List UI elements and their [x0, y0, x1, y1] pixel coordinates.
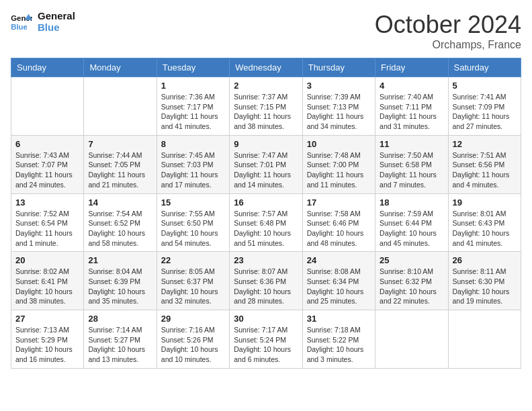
calendar-cell: 27Sunrise: 7:13 AM Sunset: 5:29 PM Dayli… [11, 310, 84, 369]
day-info: Sunrise: 7:55 AM Sunset: 6:50 PM Dayligh… [161, 209, 225, 248]
day-number: 29 [161, 314, 225, 324]
calendar-cell: 17Sunrise: 7:58 AM Sunset: 6:46 PM Dayli… [302, 193, 375, 252]
calendar-cell: 23Sunrise: 8:07 AM Sunset: 6:36 PM Dayli… [230, 252, 302, 310]
weekday-header-tuesday: Tuesday [157, 58, 229, 77]
day-number: 2 [234, 81, 298, 91]
day-info: Sunrise: 8:04 AM Sunset: 6:39 PM Dayligh… [88, 267, 152, 306]
calendar-cell: 9Sunrise: 7:47 AM Sunset: 7:01 PM Daylig… [230, 135, 302, 193]
logo-text-blue: Blue [38, 22, 75, 34]
day-number: 26 [453, 255, 517, 265]
header: General Blue General Blue October 2024 O… [11, 11, 521, 51]
logo: General Blue General Blue [11, 11, 75, 33]
day-number: 12 [453, 139, 517, 149]
day-number: 22 [161, 255, 225, 265]
day-info: Sunrise: 7:41 AM Sunset: 7:09 PM Dayligh… [453, 92, 517, 132]
calendar-cell [448, 310, 521, 369]
calendar-cell: 16Sunrise: 7:57 AM Sunset: 6:48 PM Dayli… [230, 193, 302, 252]
day-number: 23 [234, 255, 298, 265]
calendar-cell: 28Sunrise: 7:14 AM Sunset: 5:27 PM Dayli… [84, 310, 157, 369]
calendar-cell: 22Sunrise: 8:05 AM Sunset: 6:37 PM Dayli… [157, 252, 229, 310]
day-number: 14 [88, 197, 152, 208]
day-info: Sunrise: 7:47 AM Sunset: 7:01 PM Dayligh… [234, 150, 298, 190]
logo-text-general: General [38, 11, 75, 22]
day-number: 31 [307, 314, 371, 324]
day-info: Sunrise: 7:58 AM Sunset: 6:46 PM Dayligh… [307, 209, 371, 248]
calendar-cell: 1Sunrise: 7:36 AM Sunset: 7:17 PM Daylig… [157, 77, 229, 136]
day-info: Sunrise: 7:50 AM Sunset: 6:58 PM Dayligh… [380, 150, 443, 190]
day-info: Sunrise: 8:05 AM Sunset: 6:37 PM Dayligh… [161, 267, 225, 306]
day-info: Sunrise: 7:37 AM Sunset: 7:15 PM Dayligh… [234, 92, 298, 132]
weekday-header-saturday: Saturday [448, 58, 521, 77]
calendar-cell: 4Sunrise: 7:40 AM Sunset: 7:11 PM Daylig… [375, 77, 448, 136]
calendar-cell: 3Sunrise: 7:39 AM Sunset: 7:13 PM Daylig… [302, 77, 375, 136]
calendar-cell: 15Sunrise: 7:55 AM Sunset: 6:50 PM Dayli… [157, 193, 229, 252]
weekday-header-thursday: Thursday [302, 58, 375, 77]
day-info: Sunrise: 7:54 AM Sunset: 6:52 PM Dayligh… [88, 209, 152, 248]
day-number: 3 [307, 81, 371, 91]
day-number: 20 [15, 255, 79, 265]
day-info: Sunrise: 8:02 AM Sunset: 6:41 PM Dayligh… [15, 267, 79, 306]
day-info: Sunrise: 7:16 AM Sunset: 5:26 PM Dayligh… [161, 325, 225, 365]
day-number: 30 [234, 314, 298, 324]
calendar-cell [11, 77, 84, 136]
day-number: 7 [88, 139, 152, 149]
day-number: 15 [161, 197, 225, 208]
calendar-cell: 26Sunrise: 8:11 AM Sunset: 6:30 PM Dayli… [448, 252, 521, 310]
day-info: Sunrise: 7:18 AM Sunset: 5:22 PM Dayligh… [307, 325, 371, 365]
calendar-cell: 24Sunrise: 8:08 AM Sunset: 6:34 PM Dayli… [302, 252, 375, 310]
day-info: Sunrise: 8:07 AM Sunset: 6:36 PM Dayligh… [234, 267, 298, 306]
day-number: 28 [88, 314, 152, 324]
day-number: 5 [453, 81, 517, 91]
day-info: Sunrise: 7:52 AM Sunset: 6:54 PM Dayligh… [15, 209, 79, 248]
calendar-cell: 18Sunrise: 7:59 AM Sunset: 6:44 PM Dayli… [375, 193, 448, 252]
day-info: Sunrise: 8:10 AM Sunset: 6:32 PM Dayligh… [380, 267, 443, 306]
day-number: 24 [307, 255, 371, 265]
day-info: Sunrise: 7:36 AM Sunset: 7:17 PM Dayligh… [161, 92, 225, 132]
title-area: October 2024 Orchamps, France [375, 11, 521, 51]
calendar-cell: 8Sunrise: 7:45 AM Sunset: 7:03 PM Daylig… [157, 135, 229, 193]
day-info: Sunrise: 7:51 AM Sunset: 6:56 PM Dayligh… [453, 150, 517, 190]
day-number: 27 [15, 314, 79, 324]
day-number: 9 [234, 139, 298, 149]
day-info: Sunrise: 7:57 AM Sunset: 6:48 PM Dayligh… [234, 209, 298, 248]
calendar-cell: 31Sunrise: 7:18 AM Sunset: 5:22 PM Dayli… [302, 310, 375, 369]
weekday-header-row: SundayMondayTuesdayWednesdayThursdayFrid… [11, 58, 521, 77]
calendar-cell: 20Sunrise: 8:02 AM Sunset: 6:41 PM Dayli… [11, 252, 84, 310]
calendar-cell: 6Sunrise: 7:43 AM Sunset: 7:07 PM Daylig… [11, 135, 84, 193]
calendar-cell: 10Sunrise: 7:48 AM Sunset: 7:00 PM Dayli… [302, 135, 375, 193]
day-number: 11 [380, 139, 443, 149]
day-info: Sunrise: 7:45 AM Sunset: 7:03 PM Dayligh… [161, 150, 225, 190]
day-info: Sunrise: 7:17 AM Sunset: 5:24 PM Dayligh… [234, 325, 298, 365]
calendar-cell: 7Sunrise: 7:44 AM Sunset: 7:05 PM Daylig… [84, 135, 157, 193]
calendar-cell [84, 77, 157, 136]
calendar-cell: 25Sunrise: 8:10 AM Sunset: 6:32 PM Dayli… [375, 252, 448, 310]
week-row-1: 1Sunrise: 7:36 AM Sunset: 7:17 PM Daylig… [11, 77, 521, 136]
week-row-2: 6Sunrise: 7:43 AM Sunset: 7:07 PM Daylig… [11, 135, 521, 193]
week-row-4: 20Sunrise: 8:02 AM Sunset: 6:41 PM Dayli… [11, 252, 521, 310]
day-number: 16 [234, 197, 298, 208]
calendar-cell [375, 310, 448, 369]
weekday-header-monday: Monday [84, 58, 157, 77]
weekday-header-sunday: Sunday [11, 58, 84, 77]
svg-text:Blue: Blue [11, 22, 28, 30]
calendar-cell: 11Sunrise: 7:50 AM Sunset: 6:58 PM Dayli… [375, 135, 448, 193]
week-row-5: 27Sunrise: 7:13 AM Sunset: 5:29 PM Dayli… [11, 310, 521, 369]
day-info: Sunrise: 7:39 AM Sunset: 7:13 PM Dayligh… [307, 92, 371, 132]
day-number: 17 [307, 197, 371, 208]
weekday-header-wednesday: Wednesday [230, 58, 302, 77]
weekday-header-friday: Friday [375, 58, 448, 77]
calendar-cell: 5Sunrise: 7:41 AM Sunset: 7:09 PM Daylig… [448, 77, 521, 136]
day-info: Sunrise: 7:43 AM Sunset: 7:07 PM Dayligh… [15, 150, 79, 190]
calendar-cell: 12Sunrise: 7:51 AM Sunset: 6:56 PM Dayli… [448, 135, 521, 193]
day-info: Sunrise: 7:44 AM Sunset: 7:05 PM Dayligh… [88, 150, 152, 190]
day-number: 13 [15, 197, 79, 208]
day-number: 6 [15, 139, 79, 149]
day-info: Sunrise: 8:01 AM Sunset: 6:43 PM Dayligh… [453, 209, 517, 248]
day-info: Sunrise: 7:13 AM Sunset: 5:29 PM Dayligh… [15, 325, 79, 365]
calendar-cell: 30Sunrise: 7:17 AM Sunset: 5:24 PM Dayli… [230, 310, 302, 369]
day-info: Sunrise: 7:14 AM Sunset: 5:27 PM Dayligh… [88, 325, 152, 365]
calendar-cell: 29Sunrise: 7:16 AM Sunset: 5:26 PM Dayli… [157, 310, 229, 369]
day-info: Sunrise: 8:11 AM Sunset: 6:30 PM Dayligh… [453, 267, 517, 306]
calendar-cell: 14Sunrise: 7:54 AM Sunset: 6:52 PM Dayli… [84, 193, 157, 252]
logo-icon: General Blue [11, 13, 32, 32]
